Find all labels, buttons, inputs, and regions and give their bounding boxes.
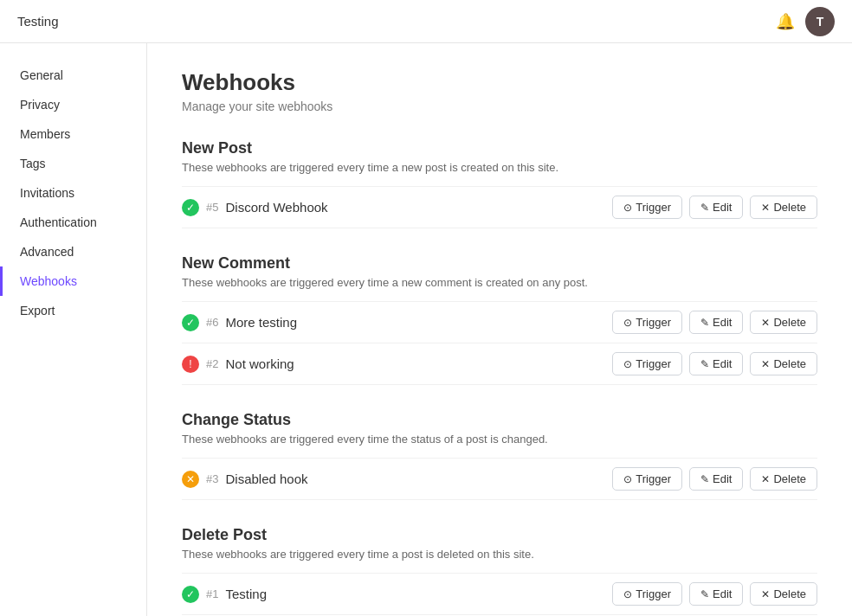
top-bar: Testing 🔔 T	[0, 0, 852, 43]
trigger-icon: ⊙	[623, 588, 632, 600]
delete-button[interactable]: ✕Delete	[750, 196, 817, 219]
status-icon: ✓	[182, 586, 199, 603]
webhook-info: !#2Not working	[182, 356, 294, 373]
webhook-info: ✕#3Disabled hook	[182, 471, 308, 488]
delete-button[interactable]: ✕Delete	[750, 582, 817, 606]
delete-button[interactable]: ✕Delete	[750, 311, 817, 334]
webhook-name: Disabled hook	[225, 472, 307, 486]
webhook-actions: ⊙Trigger✎Edit✕Delete	[612, 352, 817, 375]
webhook-id: #5	[206, 201, 218, 214]
edit-icon: ✎	[700, 202, 709, 214]
edit-icon: ✎	[700, 588, 709, 600]
webhook-id: #3	[206, 472, 218, 485]
webhook-id: #1	[206, 587, 218, 600]
section-desc-change-status: These webhooks are triggered every time …	[182, 433, 817, 446]
section-title-delete-post: Delete Post	[182, 526, 817, 544]
delete-icon: ✕	[761, 588, 770, 600]
webhook-actions: ⊙Trigger✎Edit✕Delete	[612, 311, 817, 334]
top-bar-actions: 🔔 T	[776, 7, 835, 36]
trigger-button[interactable]: ⊙Trigger	[612, 352, 682, 375]
sidebar-item-authentication[interactable]: Authentication	[0, 208, 146, 237]
webhook-info: ✓#1Testing	[182, 586, 267, 603]
sidebar-item-invitations[interactable]: Invitations	[0, 178, 146, 208]
edit-button[interactable]: ✎Edit	[689, 467, 743, 491]
page-subtitle: Manage your site webhooks	[182, 99, 817, 113]
webhook-actions: ⊙Trigger✎Edit✕Delete	[612, 582, 817, 606]
webhook-row: !#2Not working⊙Trigger✎Edit✕Delete	[182, 343, 817, 385]
trigger-icon: ⊙	[623, 473, 632, 485]
section-desc-new-comment: These webhooks are triggered every time …	[182, 276, 817, 289]
main-content: Webhooks Manage your site webhooks New P…	[147, 43, 852, 616]
delete-icon: ✕	[761, 317, 770, 329]
delete-button[interactable]: ✕Delete	[750, 352, 817, 375]
delete-icon: ✕	[761, 358, 770, 370]
status-icon: ✓	[182, 314, 199, 331]
trigger-icon: ⊙	[623, 317, 632, 329]
section-title-change-status: Change Status	[182, 411, 817, 429]
delete-icon: ✕	[761, 473, 770, 485]
avatar[interactable]: T	[805, 7, 835, 36]
webhook-row: ✓#6More testing⊙Trigger✎Edit✕Delete	[182, 301, 817, 343]
bell-icon[interactable]: 🔔	[776, 12, 795, 31]
webhook-row: ✓#1Testing⊙Trigger✎Edit✕Delete	[182, 573, 817, 615]
edit-button[interactable]: ✎Edit	[689, 311, 743, 334]
sidebar-item-webhooks[interactable]: Webhooks	[0, 266, 146, 296]
trigger-button[interactable]: ⊙Trigger	[612, 467, 682, 491]
section-title-new-comment: New Comment	[182, 254, 817, 273]
status-icon: ✕	[182, 471, 199, 488]
section-change-status: Change StatusThese webhooks are triggere…	[182, 411, 817, 500]
webhook-name: More testing	[225, 315, 297, 330]
delete-icon: ✕	[761, 202, 770, 214]
sidebar-item-general[interactable]: General	[0, 61, 146, 90]
webhook-actions: ⊙Trigger✎Edit✕Delete	[612, 196, 817, 219]
sidebar-item-advanced[interactable]: Advanced	[0, 237, 146, 266]
delete-button[interactable]: ✕Delete	[750, 467, 817, 491]
edit-icon: ✎	[700, 358, 709, 370]
status-icon: ✓	[182, 199, 199, 216]
status-icon: !	[182, 356, 199, 373]
webhook-actions: ⊙Trigger✎Edit✕Delete	[612, 467, 817, 491]
webhook-id: #2	[206, 357, 218, 370]
webhook-row: ✓#5Discord Webhook⊙Trigger✎Edit✕Delete	[182, 186, 817, 228]
webhook-row: ✕#3Disabled hook⊙Trigger✎Edit✕Delete	[182, 458, 817, 500]
trigger-button[interactable]: ⊙Trigger	[612, 582, 682, 606]
webhook-info: ✓#5Discord Webhook	[182, 199, 328, 216]
webhook-info: ✓#6More testing	[182, 314, 297, 331]
sections-container: New PostThese webhooks are triggered eve…	[182, 139, 817, 615]
section-title-new-post: New Post	[182, 139, 817, 157]
section-desc-delete-post: These webhooks are triggered every time …	[182, 548, 817, 561]
page-title: Webhooks	[182, 69, 817, 96]
section-desc-new-post: These webhooks are triggered every time …	[182, 161, 817, 174]
edit-button[interactable]: ✎Edit	[689, 352, 743, 375]
webhook-id: #6	[206, 316, 218, 329]
edit-button[interactable]: ✎Edit	[689, 196, 743, 219]
layout: General Privacy Members Tags Invitations…	[0, 43, 852, 616]
sidebar: General Privacy Members Tags Invitations…	[0, 43, 147, 616]
sidebar-item-tags[interactable]: Tags	[0, 149, 146, 178]
section-new-post: New PostThese webhooks are triggered eve…	[182, 139, 817, 228]
sidebar-item-members[interactable]: Members	[0, 119, 146, 149]
edit-button[interactable]: ✎Edit	[689, 582, 743, 606]
webhook-name: Not working	[225, 356, 294, 371]
trigger-button[interactable]: ⊙Trigger	[612, 196, 682, 219]
section-delete-post: Delete PostThese webhooks are triggered …	[182, 526, 817, 615]
webhook-name: Discord Webhook	[225, 200, 327, 215]
edit-icon: ✎	[700, 473, 709, 485]
section-new-comment: New CommentThese webhooks are triggered …	[182, 254, 817, 385]
app-title: Testing	[17, 14, 59, 29]
sidebar-item-export[interactable]: Export	[0, 296, 146, 325]
trigger-icon: ⊙	[623, 358, 632, 370]
trigger-button[interactable]: ⊙Trigger	[612, 311, 682, 334]
edit-icon: ✎	[700, 317, 709, 329]
trigger-icon: ⊙	[623, 202, 632, 214]
webhook-name: Testing	[225, 587, 267, 601]
sidebar-item-privacy[interactable]: Privacy	[0, 90, 146, 119]
